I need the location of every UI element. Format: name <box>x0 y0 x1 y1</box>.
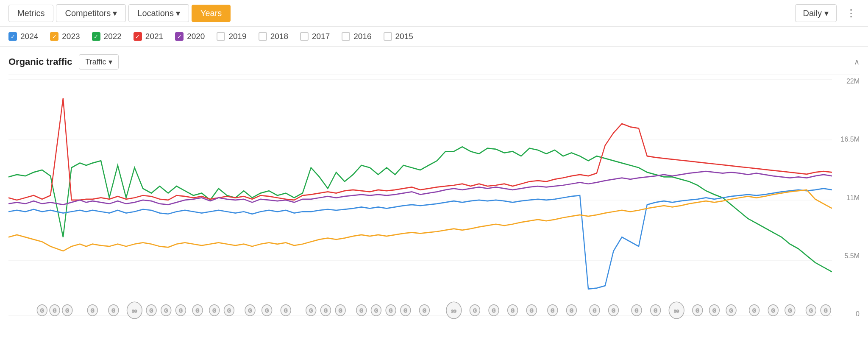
metrics-tab[interactable]: Metrics <box>8 5 53 22</box>
competitors-label: Competitors <box>65 8 111 18</box>
legend-label-2021: 2021 <box>145 32 163 41</box>
legend-label-2019: 2019 <box>228 32 246 41</box>
checkbox-2018[interactable] <box>259 32 267 41</box>
svg-text:G: G <box>179 308 183 314</box>
toolbar: Metrics Competitors ▾ Locations ▾ Years … <box>0 0 868 27</box>
checkbox-2017[interactable] <box>300 32 309 41</box>
locations-tab[interactable]: Locations ▾ <box>128 4 189 22</box>
legend-item-2019[interactable]: 2019 <box>217 32 246 41</box>
daily-label: Daily <box>803 8 822 18</box>
svg-text:G: G <box>752 308 756 314</box>
svg-text:G: G <box>824 308 828 314</box>
svg-text:G: G <box>91 308 95 314</box>
y-label-55m: 5.5M <box>844 252 860 260</box>
svg-text:G: G <box>511 308 515 314</box>
svg-text:G: G <box>551 308 555 314</box>
svg-text:G: G <box>696 308 700 314</box>
svg-text:G: G <box>612 308 615 314</box>
svg-text:G: G <box>196 308 200 314</box>
svg-text:G: G <box>771 308 775 314</box>
toolbar-right: Daily ▾ ⋮ <box>795 4 860 22</box>
svg-text:2G: 2G <box>674 309 679 313</box>
legend-item-2016[interactable]: 2016 <box>342 32 371 41</box>
chart-header-left: Organic traffic Traffic ▾ <box>8 54 119 70</box>
chart-svg: G G G G G 2G G G G <box>8 75 832 320</box>
competitors-tab[interactable]: Competitors ▾ <box>56 4 126 22</box>
svg-text:G: G <box>570 308 573 314</box>
svg-text:2G: 2G <box>451 309 456 313</box>
years-tab[interactable]: Years <box>192 5 231 22</box>
collapse-icon[interactable]: ∧ <box>854 57 860 67</box>
svg-text:G: G <box>213 308 217 314</box>
svg-text:G: G <box>339 308 342 314</box>
svg-text:G: G <box>53 308 57 314</box>
legend-label-2023: 2023 <box>62 32 80 41</box>
svg-text:G: G <box>492 308 496 314</box>
daily-button[interactable]: Daily ▾ <box>795 4 837 22</box>
legend-item-2015[interactable]: 2015 <box>384 32 413 41</box>
y-label-0: 0 <box>856 310 860 318</box>
svg-text:G: G <box>359 308 363 314</box>
more-options-icon[interactable]: ⋮ <box>843 7 860 19</box>
svg-text:G: G <box>164 308 168 314</box>
locations-chevron-icon: ▾ <box>176 8 180 18</box>
metric-dropdown[interactable]: Traffic ▾ <box>79 54 119 70</box>
checkbox-2024[interactable]: ✓ <box>8 32 17 41</box>
svg-text:G: G <box>473 308 477 314</box>
svg-text:G: G <box>227 308 231 314</box>
checkbox-2021[interactable]: ✓ <box>134 32 142 41</box>
svg-text:G: G <box>150 308 153 314</box>
svg-text:G: G <box>389 308 393 314</box>
svg-text:G: G <box>309 308 313 314</box>
svg-text:G: G <box>324 308 328 314</box>
svg-text:G: G <box>112 308 116 314</box>
checkbox-2016[interactable] <box>342 32 350 41</box>
svg-text:G: G <box>265 308 269 314</box>
metric-chevron-icon: ▾ <box>108 57 112 67</box>
svg-text:G: G <box>248 308 252 314</box>
legend-item-2020[interactable]: ✓ 2020 <box>175 32 205 41</box>
svg-text:G: G <box>654 308 657 314</box>
locations-label: Locations <box>137 8 174 18</box>
legend-item-2022[interactable]: ✓ 2022 <box>92 32 122 41</box>
legend-label-2018: 2018 <box>270 32 288 41</box>
legend-item-2017[interactable]: 2017 <box>300 32 330 41</box>
legend-item-2018[interactable]: 2018 <box>259 32 288 41</box>
legend-item-2023[interactable]: ✓ 2023 <box>50 32 80 41</box>
y-label-22m: 22M <box>846 78 860 85</box>
svg-text:2G: 2G <box>132 309 137 313</box>
svg-text:G: G <box>40 308 44 314</box>
daily-chevron-icon: ▾ <box>824 8 829 18</box>
chart-header: Organic traffic Traffic ▾ ∧ <box>8 47 860 75</box>
svg-text:G: G <box>729 308 733 314</box>
svg-text:G: G <box>284 308 288 314</box>
legend-label-2016: 2016 <box>353 32 371 41</box>
legend-bar: ✓ 2024 ✓ 2023 ✓ 2022 ✓ 2021 ✓ 2020 2019 … <box>0 27 868 47</box>
legend-item-2024[interactable]: ✓ 2024 <box>8 32 38 41</box>
y-axis-labels: 22M 16.5M 11M 5.5M 0 <box>834 75 860 320</box>
toolbar-left: Metrics Competitors ▾ Locations ▾ Years <box>8 4 231 22</box>
svg-text:G: G <box>712 308 716 314</box>
checkbox-2015[interactable] <box>384 32 392 41</box>
chart-section: Organic traffic Traffic ▾ ∧ <box>0 47 868 320</box>
chart-title: Organic traffic <box>8 56 72 67</box>
svg-text:G: G <box>530 308 534 314</box>
legend-label-2020: 2020 <box>187 32 205 41</box>
legend-label-2022: 2022 <box>104 32 122 41</box>
legend-label-2017: 2017 <box>312 32 330 41</box>
svg-text:G: G <box>788 308 792 314</box>
y-label-165m: 16.5M <box>841 136 860 143</box>
checkbox-2019[interactable] <box>217 32 225 41</box>
svg-text:G: G <box>593 308 597 314</box>
checkbox-2022[interactable]: ✓ <box>92 32 100 41</box>
svg-text:G: G <box>404 308 408 314</box>
legend-item-2021[interactable]: ✓ 2021 <box>134 32 163 41</box>
legend-label-2024: 2024 <box>20 32 38 41</box>
y-label-11m: 11M <box>846 194 860 202</box>
competitors-chevron-icon: ▾ <box>113 8 117 18</box>
checkbox-2020[interactable]: ✓ <box>175 32 184 41</box>
metric-label: Traffic <box>85 58 106 67</box>
svg-text:G: G <box>635 308 639 314</box>
checkbox-2023[interactable]: ✓ <box>50 32 58 41</box>
svg-text:G: G <box>809 308 813 314</box>
